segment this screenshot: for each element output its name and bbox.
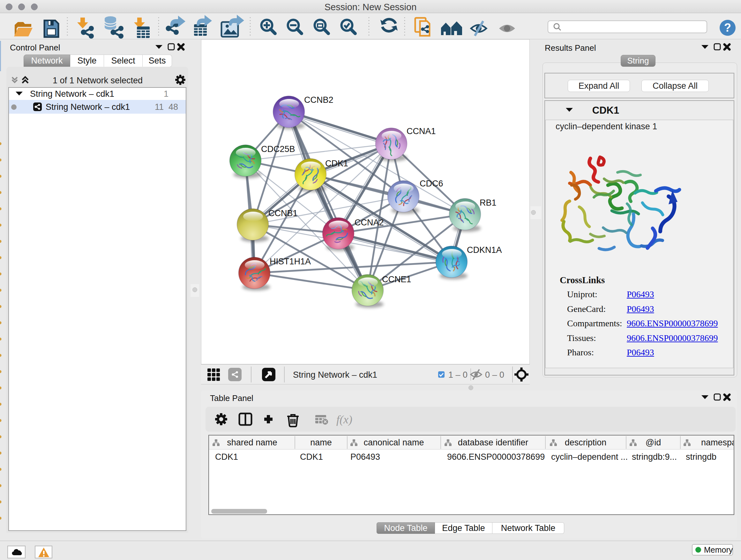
- svg-text:description: description: [565, 438, 607, 447]
- svg-text:?: ?: [724, 21, 731, 34]
- svg-text:CDC25B: CDC25B: [261, 144, 295, 154]
- svg-text:name: name: [310, 438, 332, 447]
- svg-text:CDC6: CDC6: [420, 179, 443, 188]
- svg-text:namespace: namespace: [701, 438, 734, 447]
- svg-text:canonical name: canonical name: [363, 438, 424, 447]
- svg-text:HIST1H1A: HIST1H1A: [270, 257, 311, 266]
- svg-text:@id: @id: [646, 438, 661, 447]
- svg-text:database identifier: database identifier: [458, 438, 529, 447]
- svg-text:CCNB1: CCNB1: [268, 208, 298, 218]
- svg-text:RB1: RB1: [480, 198, 496, 207]
- svg-text:CDK1: CDK1: [325, 159, 348, 168]
- svg-text:CDKN1A: CDKN1A: [467, 245, 502, 255]
- svg-text:CCNA2: CCNA2: [354, 218, 384, 227]
- svg-text:1 – 0: 1 – 0: [448, 370, 468, 380]
- svg-text:CCNE1: CCNE1: [382, 274, 411, 284]
- svg-text:CCNB2: CCNB2: [304, 95, 333, 105]
- svg-text:String Network – cdk1: String Network – cdk1: [293, 370, 377, 380]
- svg-text:0 – 0: 0 – 0: [485, 370, 504, 380]
- svg-text:f(x): f(x): [336, 413, 352, 426]
- svg-text:shared name: shared name: [227, 438, 277, 447]
- svg-text:CCNA1: CCNA1: [407, 126, 436, 136]
